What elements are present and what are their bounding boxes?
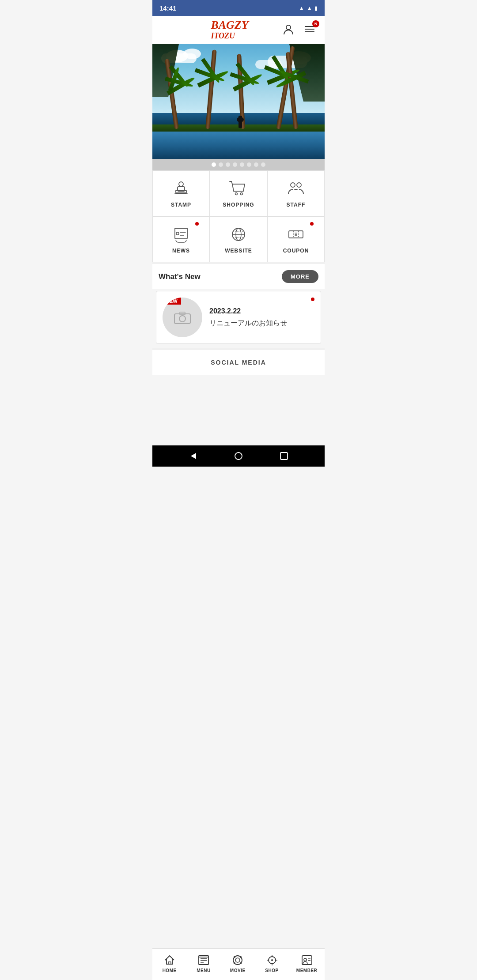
staff-icon (286, 179, 306, 198)
svg-point-23 (179, 316, 186, 322)
website-label: WEBSITE (225, 248, 252, 254)
dot-8[interactable] (261, 162, 265, 167)
menu-button[interactable]: N (302, 21, 318, 38)
dot-3[interactable] (226, 162, 230, 167)
coupon-notification-dot (310, 222, 314, 226)
status-time: 14:41 (159, 4, 176, 12)
svg-point-12 (176, 232, 179, 235)
website-icon (229, 225, 248, 244)
dot-6[interactable] (247, 162, 251, 167)
news-item[interactable]: NEW 2023.2.22 リニューアルのお知らせ (156, 291, 321, 344)
news-date: 2023.2.22 (209, 307, 314, 315)
whats-new-title: What's New (159, 272, 201, 281)
menu-item-website[interactable]: WEBSITE (210, 216, 267, 262)
menu-item-stamp[interactable]: STAMP (152, 170, 210, 216)
staff-label: STAFF (287, 202, 306, 208)
coupon-icon (286, 225, 306, 244)
logo-line1: BAGZY (211, 19, 248, 32)
menu-item-staff[interactable]: STAFF (267, 170, 325, 216)
svg-point-47 (235, 452, 242, 460)
status-bar: 14:41 ▲ ▲ ▮ (152, 0, 325, 16)
svg-point-11 (297, 183, 301, 187)
more-button[interactable]: MORE (282, 270, 318, 283)
header-icons: N (280, 21, 318, 38)
status-icons: ▲ ▲ ▮ (299, 5, 318, 11)
news-title-text: リニューアルのお知らせ (209, 319, 314, 328)
signal-icon: ▲ (307, 5, 312, 11)
social-media-section: SOCIAL MEDIA (152, 348, 325, 375)
svg-point-9 (241, 193, 243, 195)
dot-2[interactable] (219, 162, 223, 167)
back-button[interactable] (188, 451, 198, 461)
shopping-label: SHOPPING (223, 202, 254, 208)
news-notification-dot (195, 222, 199, 226)
dot-4[interactable] (233, 162, 237, 167)
news-item-dot (311, 298, 314, 301)
menu-grid: STAMP SHOPPING STAFF NEWS (152, 170, 325, 262)
svg-point-8 (235, 193, 238, 195)
news-thumbnail: NEW (163, 298, 202, 337)
svg-point-10 (291, 183, 295, 187)
header: BAGZY ITOZU N (152, 16, 325, 44)
notification-badge: N (312, 20, 319, 27)
logo: BAGZY ITOZU (179, 19, 280, 41)
home-button[interactable] (234, 451, 243, 461)
coupon-label: COUPON (283, 248, 309, 254)
logo-line2: ITOZU (211, 31, 248, 41)
camera-icon (174, 310, 191, 324)
hero-image (152, 44, 325, 159)
recents-button[interactable] (279, 451, 289, 461)
android-nav-bar (152, 445, 325, 467)
dot-5[interactable] (240, 162, 244, 167)
news-content: 2023.2.22 リニューアルのお知らせ (209, 307, 314, 328)
svg-point-0 (286, 25, 291, 30)
wifi-icon: ▲ (299, 5, 304, 11)
shopping-icon (229, 179, 248, 198)
stamp-label: STAMP (171, 202, 191, 208)
news-icon (171, 225, 191, 244)
whats-new-header: What's New MORE (152, 262, 325, 289)
svg-point-6 (179, 182, 183, 186)
slider-dots (152, 159, 325, 170)
profile-button[interactable] (280, 21, 296, 38)
svg-marker-46 (191, 453, 196, 459)
svg-rect-48 (280, 452, 288, 460)
dot-1[interactable] (212, 162, 216, 167)
dot-7[interactable] (254, 162, 258, 167)
news-label: NEWS (172, 248, 190, 254)
battery-icon: ▮ (314, 5, 318, 11)
stamp-icon (171, 179, 191, 198)
new-badge: NEW (163, 298, 181, 305)
menu-item-news[interactable]: NEWS (152, 216, 210, 262)
social-media-label: SOCIAL MEDIA (211, 359, 266, 366)
menu-item-shopping[interactable]: SHOPPING (210, 170, 267, 216)
menu-item-coupon[interactable]: COUPON (267, 216, 325, 262)
profile-icon (282, 23, 295, 35)
